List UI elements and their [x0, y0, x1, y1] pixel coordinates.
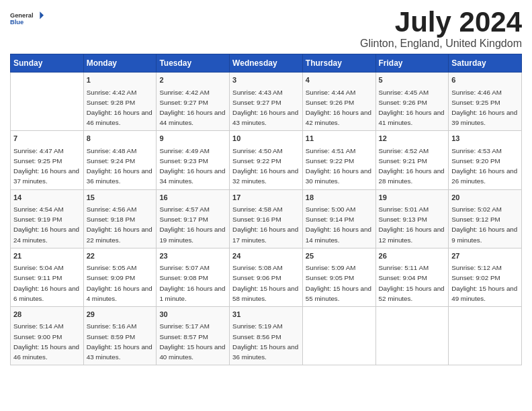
day-info: Sunrise: 4:50 AM Sunset: 9:22 PM Dayligh…: [232, 147, 298, 185]
day-number: 29: [87, 310, 154, 320]
day-info: Sunrise: 5:05 AM Sunset: 9:09 PM Dayligh…: [87, 264, 152, 302]
calendar-week-row: 14Sunrise: 4:54 AM Sunset: 9:19 PM Dayli…: [11, 189, 522, 248]
calendar-cell: 10Sunrise: 4:50 AM Sunset: 9:22 PM Dayli…: [230, 131, 303, 189]
logo-svg: General Blue: [10, 7, 44, 30]
day-number: 15: [87, 193, 154, 203]
day-info: Sunrise: 4:52 AM Sunset: 9:21 PM Dayligh…: [379, 147, 445, 185]
calendar-cell: 13Sunrise: 4:53 AM Sunset: 9:20 PM Dayli…: [449, 131, 522, 189]
day-number: 17: [232, 193, 300, 203]
calendar-cell: 29Sunrise: 5:16 AM Sunset: 8:59 PM Dayli…: [83, 307, 157, 365]
day-number: 2: [159, 75, 226, 85]
calendar-cell: 19Sunrise: 5:01 AM Sunset: 9:13 PM Dayli…: [375, 189, 449, 248]
calendar-cell: 6Sunrise: 4:46 AM Sunset: 9:25 PM Daylig…: [449, 73, 522, 131]
calendar-week-row: 21Sunrise: 5:04 AM Sunset: 9:11 PM Dayli…: [11, 248, 522, 306]
calendar-table: SundayMondayTuesdayWednesdayThursdayFrid…: [10, 54, 522, 365]
day-number: 10: [232, 134, 300, 144]
day-info: Sunrise: 4:45 AM Sunset: 9:26 PM Dayligh…: [379, 89, 445, 127]
day-info: Sunrise: 4:51 AM Sunset: 9:22 PM Dayligh…: [306, 147, 371, 185]
calendar-day-header: Friday: [375, 54, 449, 73]
calendar-cell: [11, 73, 84, 131]
day-number: 21: [13, 251, 81, 261]
day-number: 9: [159, 134, 226, 144]
day-info: Sunrise: 4:48 AM Sunset: 9:24 PM Dayligh…: [87, 147, 152, 185]
svg-text:General: General: [10, 12, 34, 19]
day-number: 5: [379, 75, 446, 85]
calendar-cell: 26Sunrise: 5:11 AM Sunset: 9:04 PM Dayli…: [375, 248, 449, 306]
day-number: 12: [379, 134, 446, 144]
calendar-cell: 5Sunrise: 4:45 AM Sunset: 9:26 PM Daylig…: [375, 73, 449, 131]
day-number: 6: [451, 75, 519, 85]
calendar-week-row: 28Sunrise: 5:14 AM Sunset: 9:00 PM Dayli…: [11, 307, 522, 365]
day-number: 23: [159, 251, 226, 261]
calendar-cell: 17Sunrise: 4:58 AM Sunset: 9:16 PM Dayli…: [230, 189, 303, 248]
day-info: Sunrise: 5:11 AM Sunset: 9:04 PM Dayligh…: [379, 264, 445, 302]
day-info: Sunrise: 4:44 AM Sunset: 9:26 PM Dayligh…: [306, 89, 371, 127]
day-number: 13: [451, 134, 519, 144]
month-year-title: July 2024: [360, 7, 522, 38]
day-info: Sunrise: 5:01 AM Sunset: 9:13 PM Dayligh…: [379, 205, 445, 244]
calendar-day-header: Sunday: [11, 54, 84, 73]
location-subtitle: Glinton, England, United Kingdom: [360, 38, 522, 50]
day-info: Sunrise: 4:58 AM Sunset: 9:16 PM Dayligh…: [232, 205, 298, 244]
day-info: Sunrise: 5:08 AM Sunset: 9:06 PM Dayligh…: [232, 264, 298, 302]
calendar-day-header: Thursday: [302, 54, 375, 73]
day-number: 20: [451, 193, 519, 203]
day-info: Sunrise: 4:47 AM Sunset: 9:25 PM Dayligh…: [13, 147, 79, 185]
calendar-cell: 11Sunrise: 4:51 AM Sunset: 9:22 PM Dayli…: [302, 131, 375, 189]
day-info: Sunrise: 5:07 AM Sunset: 9:08 PM Dayligh…: [159, 264, 225, 302]
calendar-day-header: Tuesday: [157, 54, 230, 73]
day-info: Sunrise: 5:12 AM Sunset: 9:02 PM Dayligh…: [451, 264, 517, 302]
day-number: 11: [306, 134, 373, 144]
day-info: Sunrise: 4:42 AM Sunset: 9:27 PM Dayligh…: [159, 89, 225, 127]
day-number: 16: [159, 193, 226, 203]
day-info: Sunrise: 4:53 AM Sunset: 9:20 PM Dayligh…: [451, 147, 517, 185]
calendar-day-header: Saturday: [449, 54, 522, 73]
calendar-cell: 18Sunrise: 5:00 AM Sunset: 9:14 PM Dayli…: [302, 189, 375, 248]
calendar-cell: 25Sunrise: 5:09 AM Sunset: 9:05 PM Dayli…: [302, 248, 375, 306]
day-info: Sunrise: 4:56 AM Sunset: 9:18 PM Dayligh…: [87, 205, 152, 244]
calendar-cell: 23Sunrise: 5:07 AM Sunset: 9:08 PM Dayli…: [157, 248, 230, 306]
day-info: Sunrise: 5:17 AM Sunset: 8:57 PM Dayligh…: [159, 322, 225, 361]
day-info: Sunrise: 5:02 AM Sunset: 9:12 PM Dayligh…: [451, 205, 517, 244]
calendar-cell: 8Sunrise: 4:48 AM Sunset: 9:24 PM Daylig…: [83, 131, 157, 189]
day-number: 31: [232, 310, 300, 320]
calendar-cell: 9Sunrise: 4:49 AM Sunset: 9:23 PM Daylig…: [157, 131, 230, 189]
day-number: 14: [13, 193, 81, 203]
calendar-cell: 16Sunrise: 4:57 AM Sunset: 9:17 PM Dayli…: [157, 189, 230, 248]
day-info: Sunrise: 5:04 AM Sunset: 9:11 PM Dayligh…: [13, 264, 79, 302]
calendar-cell: 2Sunrise: 4:42 AM Sunset: 9:27 PM Daylig…: [157, 73, 230, 131]
calendar-week-row: 1Sunrise: 4:42 AM Sunset: 9:28 PM Daylig…: [11, 73, 522, 131]
calendar-cell: 12Sunrise: 4:52 AM Sunset: 9:21 PM Dayli…: [375, 131, 449, 189]
calendar-cell: 30Sunrise: 5:17 AM Sunset: 8:57 PM Dayli…: [157, 307, 230, 365]
calendar-day-header: Monday: [83, 54, 157, 73]
day-info: Sunrise: 5:09 AM Sunset: 9:05 PM Dayligh…: [306, 264, 371, 302]
calendar-cell: 7Sunrise: 4:47 AM Sunset: 9:25 PM Daylig…: [11, 131, 84, 189]
calendar-cell: [302, 307, 375, 365]
calendar-day-header: Wednesday: [230, 54, 303, 73]
day-number: 3: [232, 75, 300, 85]
day-number: 7: [13, 134, 81, 144]
calendar-cell: 14Sunrise: 4:54 AM Sunset: 9:19 PM Dayli…: [11, 189, 84, 248]
day-info: Sunrise: 4:43 AM Sunset: 9:27 PM Dayligh…: [232, 89, 298, 127]
day-info: Sunrise: 5:16 AM Sunset: 8:59 PM Dayligh…: [87, 322, 152, 361]
title-area: July 2024 Glinton, England, United Kingd…: [360, 7, 522, 50]
day-number: 25: [306, 251, 373, 261]
day-number: 24: [232, 251, 300, 261]
calendar-cell: 3Sunrise: 4:43 AM Sunset: 9:27 PM Daylig…: [230, 73, 303, 131]
day-number: 30: [159, 310, 226, 320]
calendar-cell: 1Sunrise: 4:42 AM Sunset: 9:28 PM Daylig…: [83, 73, 157, 131]
day-number: 26: [379, 251, 446, 261]
header: General Blue July 2024 Glinton, England,…: [10, 7, 522, 50]
calendar-cell: 24Sunrise: 5:08 AM Sunset: 9:06 PM Dayli…: [230, 248, 303, 306]
calendar-cell: 22Sunrise: 5:05 AM Sunset: 9:09 PM Dayli…: [83, 248, 157, 306]
svg-marker-2: [40, 11, 44, 19]
day-number: 28: [13, 310, 81, 320]
day-info: Sunrise: 5:00 AM Sunset: 9:14 PM Dayligh…: [306, 205, 371, 244]
day-info: Sunrise: 4:42 AM Sunset: 9:28 PM Dayligh…: [87, 89, 152, 127]
day-info: Sunrise: 4:54 AM Sunset: 9:19 PM Dayligh…: [13, 205, 79, 244]
calendar-cell: [375, 307, 449, 365]
calendar-cell: 20Sunrise: 5:02 AM Sunset: 9:12 PM Dayli…: [449, 189, 522, 248]
calendar-cell: 28Sunrise: 5:14 AM Sunset: 9:00 PM Dayli…: [11, 307, 84, 365]
day-info: Sunrise: 4:49 AM Sunset: 9:23 PM Dayligh…: [159, 147, 225, 185]
day-number: 8: [87, 134, 154, 144]
